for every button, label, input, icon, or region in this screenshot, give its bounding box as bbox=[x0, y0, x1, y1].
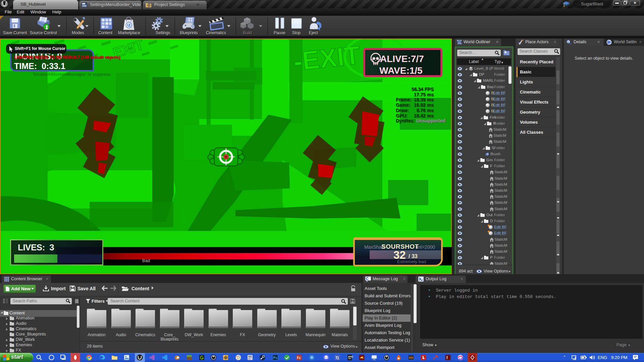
svg-text:NG: NG bbox=[409, 356, 414, 359]
svg-text:Tj: Tj bbox=[335, 356, 339, 360]
svg-text:EPIC: EPIC bbox=[348, 356, 353, 358]
svg-text:Ps: Ps bbox=[273, 356, 278, 360]
svg-text:f: f bbox=[446, 356, 448, 360]
svg-text:Fz: Fz bbox=[297, 356, 301, 360]
